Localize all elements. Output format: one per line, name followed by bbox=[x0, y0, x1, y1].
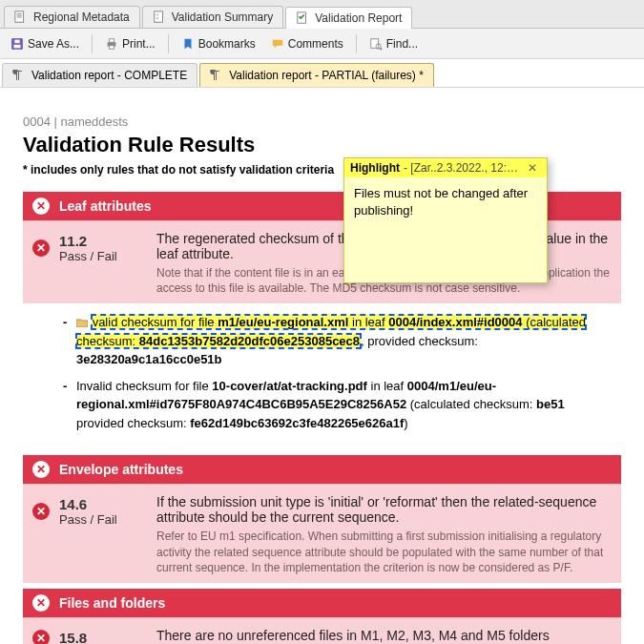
toolbar-label: Find... bbox=[386, 37, 418, 51]
document-grid-icon bbox=[14, 10, 28, 24]
svg-line-14 bbox=[380, 48, 382, 50]
top-tab-bar: Regional Metadata Validation Summary Val… bbox=[0, 0, 644, 29]
close-icon[interactable]: ✕ bbox=[524, 161, 541, 175]
comments-button[interactable]: Comments bbox=[264, 33, 350, 54]
find-icon bbox=[369, 37, 383, 51]
section-title: Envelope attributes bbox=[59, 462, 183, 477]
svg-rect-11 bbox=[109, 45, 114, 49]
error-icon: ✕ bbox=[32, 503, 50, 520]
toolbar-separator bbox=[356, 34, 357, 53]
toolbar-label: Comments bbox=[288, 37, 343, 51]
rule-detail-list: valid checksum for file m1/eu/eu-regiona… bbox=[23, 303, 621, 449]
tab-validation-summary[interactable]: Validation Summary bbox=[142, 6, 284, 28]
toolbar: Save As... Print... Bookmarks Comments F… bbox=[0, 29, 644, 59]
detail-item: valid checksum for file m1/eu/eu-regiona… bbox=[63, 313, 608, 369]
popup-meta: - [Zar..2.3.2022., 12:01:52 bbox=[404, 161, 520, 175]
popup-header[interactable]: Highlight - [Zar..2.3.2022., 12:01:52 ✕ bbox=[344, 158, 547, 177]
svg-rect-4 bbox=[154, 11, 162, 22]
rule-passfail: Pass / Fail bbox=[59, 249, 117, 263]
rule-title: If the submission unit type is 'initial'… bbox=[156, 494, 612, 525]
doc-tab-label: Validation report - COMPLETE bbox=[31, 69, 187, 82]
rule-note: Refer to EU m1 specification. When submi… bbox=[156, 529, 612, 575]
rule-id: 15.8 bbox=[59, 630, 87, 644]
doc-tab-label: Validation report - PARTIAL (failures) * bbox=[229, 69, 424, 82]
comment-icon bbox=[271, 37, 284, 51]
toolbar-label: Save As... bbox=[28, 37, 79, 51]
svg-rect-8 bbox=[14, 44, 21, 48]
highlight-comment-popup[interactable]: Highlight - [Zar..2.3.2022., 12:01:52 ✕ … bbox=[343, 157, 548, 283]
find-button[interactable]: Find... bbox=[363, 33, 425, 54]
tab-label: Validation Summary bbox=[172, 10, 274, 24]
bookmark-icon bbox=[181, 37, 195, 51]
toolbar-label: Print... bbox=[122, 37, 156, 51]
printer-icon bbox=[105, 37, 118, 51]
page-title: Validation Rule Results bbox=[23, 133, 621, 157]
svg-rect-7 bbox=[14, 39, 19, 43]
tab-regional-metadata[interactable]: Regional Metadata bbox=[4, 6, 140, 28]
section-title: Leaf attributes bbox=[59, 198, 151, 214]
rule-id: 14.6 bbox=[59, 496, 117, 512]
print-button[interactable]: Print... bbox=[98, 33, 162, 54]
tab-validation-report[interactable]: Validation Report bbox=[285, 7, 412, 29]
error-icon: ✕ bbox=[32, 594, 50, 612]
tab-label: Validation Report bbox=[315, 11, 402, 25]
doc-tab-complete[interactable]: Validation report - COMPLETE bbox=[2, 63, 197, 87]
popup-title: Highlight bbox=[350, 161, 400, 175]
tab-label: Regional Metadata bbox=[33, 10, 130, 24]
detail-item: Invalid checksum for file 10-cover/at/at… bbox=[63, 377, 608, 433]
rule-row-14-6: ✕ 14.6 Pass / Fail If the submission uni… bbox=[23, 484, 621, 583]
rule-row-15-8: ✕ 15.8 There are no unreferenced files i… bbox=[23, 617, 621, 644]
section-header-files: ✕ Files and folders bbox=[23, 589, 621, 617]
section-header-envelope: ✕ Envelope attributes bbox=[23, 455, 621, 484]
paragraph-icon bbox=[210, 70, 221, 81]
folder-icon bbox=[76, 318, 88, 327]
error-icon: ✕ bbox=[32, 630, 50, 644]
toolbar-separator bbox=[92, 34, 93, 53]
toolbar-separator bbox=[168, 34, 169, 53]
save-icon bbox=[10, 37, 24, 51]
report-check-icon bbox=[296, 11, 309, 25]
svg-rect-10 bbox=[109, 38, 114, 42]
svg-rect-12 bbox=[371, 38, 379, 48]
error-icon: ✕ bbox=[32, 239, 50, 257]
bookmarks-button[interactable]: Bookmarks bbox=[175, 33, 262, 54]
save-as-button[interactable]: Save As... bbox=[4, 33, 86, 54]
doc-tab-partial[interactable]: Validation report - PARTIAL (failures) * bbox=[199, 63, 434, 87]
rule-passfail: Pass / Fail bbox=[59, 512, 117, 527]
document-tab-bar: Validation report - COMPLETE Validation … bbox=[0, 59, 644, 88]
breadcrumb: 0004 | nameddests bbox=[23, 114, 621, 129]
rule-title: There are no unreferenced files in M1, M… bbox=[156, 628, 612, 643]
popup-body[interactable]: Files must not be changed after publishi… bbox=[344, 177, 547, 282]
highlighted-text[interactable]: valid checksum for file m1/eu/eu-regiona… bbox=[76, 315, 586, 348]
error-icon: ✕ bbox=[32, 461, 50, 478]
rule-id: 11.2 bbox=[59, 233, 117, 249]
error-icon: ✕ bbox=[32, 197, 50, 215]
checklist-icon bbox=[153, 10, 166, 24]
section-title: Files and folders bbox=[59, 595, 165, 611]
paragraph-icon bbox=[12, 70, 24, 81]
toolbar-label: Bookmarks bbox=[198, 37, 256, 51]
